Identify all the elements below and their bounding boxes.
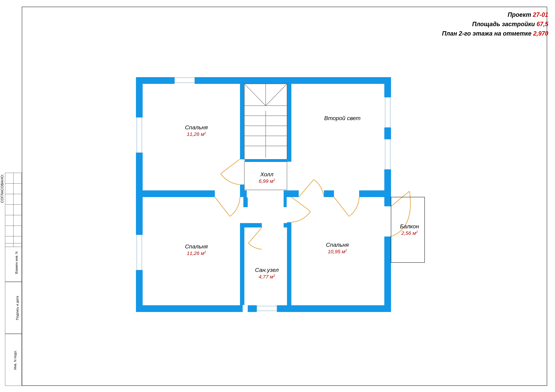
svg-line-44 <box>266 84 287 106</box>
area-line: Площадь застройки 67,5 <box>442 20 548 29</box>
svg-line-39 <box>248 228 262 243</box>
room-hall: Холл 6,99 м2 <box>248 171 285 184</box>
signature-block: СОГЛАСОВАНО: Взамен инв. N Подпись и дат… <box>0 173 22 386</box>
svg-line-42 <box>244 84 266 106</box>
title-line: План 2-го этажа на отметке 2,970 <box>442 29 548 38</box>
svg-line-35 <box>215 197 230 216</box>
svg-rect-27 <box>243 305 248 312</box>
svg-rect-23 <box>247 190 284 197</box>
side-label-inv-orig: Инв. N подл. <box>5 334 22 386</box>
room-bath: Сан.узел 4,77 м2 <box>247 267 287 280</box>
floor-plan-svg <box>129 77 426 322</box>
agreed-label: СОГЛАСОВАНО: <box>0 153 4 203</box>
room-bedroom1: Спальня 11,26 м2 <box>171 124 221 137</box>
svg-rect-22 <box>215 190 240 197</box>
header-info: Проект 27-01 Площадь застройки 67,5 План… <box>442 10 548 38</box>
room-bedroom3: Спальня 10,95 м2 <box>312 242 363 255</box>
svg-rect-24 <box>299 190 324 197</box>
side-label-sign-date: Подпись и дата <box>5 282 22 334</box>
svg-line-36 <box>291 197 310 211</box>
svg-rect-9 <box>240 159 291 162</box>
svg-rect-20 <box>240 159 245 185</box>
svg-rect-10 <box>240 223 244 312</box>
side-label-replacement-inv: Взамен инв. N <box>5 243 22 282</box>
svg-rect-25 <box>334 190 359 197</box>
project-line: Проект 27-01 <box>442 10 548 20</box>
svg-rect-8 <box>287 77 291 161</box>
floor-plan: Спальня 11,26 м2 Спальня 11,26 м2 Спальн… <box>129 77 426 322</box>
side-empty-table <box>5 173 22 247</box>
room-secondlight: Второй свет <box>315 115 369 121</box>
svg-rect-13 <box>175 77 195 84</box>
svg-rect-0 <box>136 77 391 84</box>
svg-rect-5 <box>243 197 248 207</box>
svg-rect-26 <box>262 223 284 228</box>
room-bedroom2: Спальня 11,26 м2 <box>171 243 221 256</box>
svg-line-34 <box>221 159 240 174</box>
svg-rect-21 <box>287 197 292 222</box>
staircase <box>244 84 287 159</box>
svg-rect-18 <box>384 206 391 236</box>
room-balcony: Балкон 2,56 м2 <box>394 223 425 236</box>
svg-line-40 <box>391 191 409 206</box>
svg-line-37 <box>334 197 349 216</box>
